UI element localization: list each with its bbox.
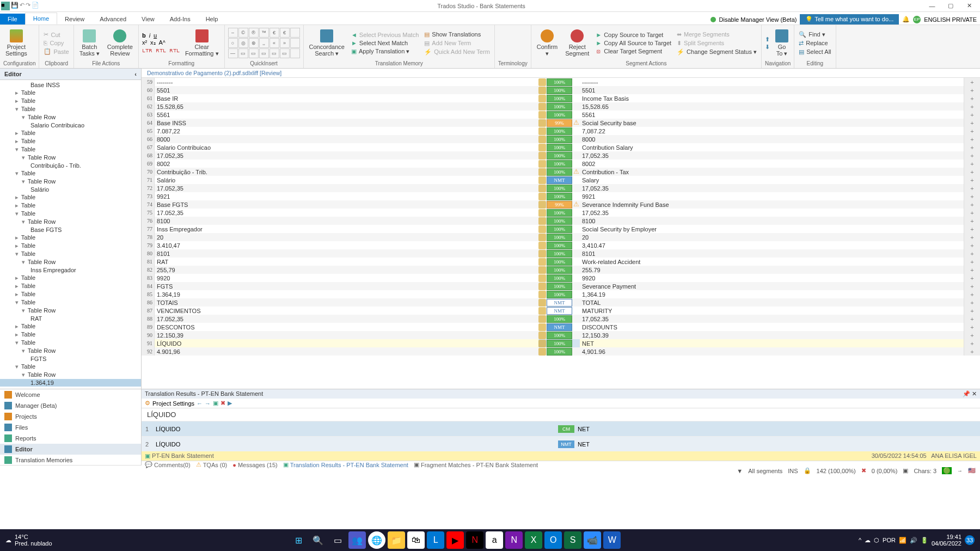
segment-add-icon[interactable]: +	[964, 86, 980, 94]
tree-item[interactable]: ▾ Table Row	[0, 113, 141, 121]
segment-row[interactable]: 87VENCIMENTOSNMTMATURITY+	[142, 307, 980, 315]
tree-item[interactable]: ▸ Table	[0, 242, 141, 250]
segment-row[interactable]: 6817.052,35100%17,052.35+	[142, 151, 980, 160]
segment-target[interactable]: 3,410.47	[580, 241, 964, 249]
segment-source[interactable]: 7.087,22	[155, 127, 538, 135]
segment-add-icon[interactable]: +	[964, 225, 980, 233]
segment-row[interactable]: 61Base IR100%Income Tax Basis+	[142, 94, 980, 102]
project-settings-icon[interactable]: ⚙	[145, 400, 150, 407]
segment-source[interactable]: 3.410,47	[155, 241, 538, 249]
tree-item[interactable]: ▾ Table Row	[0, 347, 141, 355]
segment-row[interactable]: 635561100%5561+	[142, 111, 980, 119]
segment-source[interactable]: 1.364,19	[155, 290, 538, 298]
nav-up-icon[interactable]: ⬆	[765, 36, 770, 43]
nav-down-icon[interactable]: ⬇	[765, 44, 770, 51]
tellme-box[interactable]: 💡 Tell me what you want to do...	[800, 14, 899, 25]
nav-tm[interactable]: Translation Memories	[0, 455, 141, 466]
segment-target[interactable]: 9920	[580, 274, 964, 282]
segment-target[interactable]: Social Security by Employer	[580, 225, 964, 233]
segment-add-icon[interactable]: +	[964, 347, 980, 356]
tree-item[interactable]: ▾ Table Row	[0, 218, 141, 226]
concordance-button[interactable]: Concordance Search ▾	[307, 28, 347, 58]
segment-target[interactable]: 9921	[580, 192, 964, 200]
tm-result-row[interactable]: 1LÍQUIDOCMNET	[142, 421, 980, 436]
segment-target[interactable]: MATURITY	[580, 307, 964, 315]
minimize-button[interactable]: —	[923, 2, 941, 10]
segment-source[interactable]: TOTAIS	[155, 298, 538, 307]
btab-messages[interactable]: ●Messages (15)	[232, 462, 277, 468]
segment-add-icon[interactable]: +	[964, 127, 980, 135]
project-settings-button[interactable]: Project Settings	[3, 28, 29, 58]
word-icon[interactable]: W	[603, 531, 621, 549]
windows-taskbar[interactable]: ☁ 14°C Pred. nublado ⊞ 🔍 ▭ 👥 🌐 📁 🛍 L ▶ N…	[0, 529, 980, 551]
tree-item[interactable]: ▾ Table	[0, 145, 141, 154]
tree-item[interactable]: ▾ Table	[0, 339, 141, 347]
segment-row[interactable]: 91LÍQUIDO100%NET+	[142, 339, 980, 347]
btab-fragment-matches[interactable]: ▣Fragment Matches - PT-EN Bank Statement	[414, 461, 538, 468]
change-status-button[interactable]: ⚡Change Segment Status ▾	[676, 48, 758, 56]
tree-item[interactable]: Salário	[0, 186, 141, 193]
segment-source[interactable]: 9920	[155, 274, 538, 282]
tree-item[interactable]: ▾ Table	[0, 169, 141, 177]
tree-item[interactable]: 1.364,19	[0, 379, 141, 387]
segment-target[interactable]: TOTAL	[580, 298, 964, 307]
tree-item[interactable]: ▸ Table	[0, 282, 141, 290]
tm-pin-icon[interactable]: 📌	[963, 390, 970, 397]
collapse-icon[interactable]: ‹	[134, 71, 137, 77]
tray-time[interactable]: 19:41	[932, 534, 961, 540]
segment-target[interactable]: 12,150.39	[580, 331, 964, 339]
segment-target[interactable]: Social Security base	[580, 119, 964, 127]
segment-add-icon[interactable]: +	[964, 290, 980, 298]
chrome-icon[interactable]: 🌐	[368, 531, 385, 549]
replace-button[interactable]: ⇄Replace	[798, 39, 832, 47]
qat-undo-icon[interactable]: ↶	[20, 2, 24, 10]
segment-row[interactable]: 698002100%8002+	[142, 160, 980, 168]
segment-add-icon[interactable]: +	[964, 151, 980, 160]
segment-add-icon[interactable]: +	[964, 307, 980, 315]
nav-editor[interactable]: Editor	[0, 444, 141, 455]
lang-label[interactable]: ENGLISH PRIVATE	[924, 16, 977, 23]
segment-target[interactable]: Salary	[580, 176, 964, 184]
segment-row[interactable]: 851.364,19100%1,364.19+	[142, 290, 980, 298]
segment-source[interactable]: 8000	[155, 135, 538, 143]
segment-target[interactable]: 15,528.65	[580, 102, 964, 111]
segment-target[interactable]: 8100	[580, 217, 964, 225]
segment-source[interactable]: Base FGTS	[155, 200, 538, 209]
tray-dropbox-icon[interactable]: ⬡	[874, 537, 879, 544]
zoom-icon[interactable]: 📹	[584, 531, 601, 549]
tm-next-icon[interactable]: →	[205, 400, 211, 407]
segment-row[interactable]: 84FGTS100%Severance Payment+	[142, 282, 980, 290]
tree-item[interactable]: ▸ Table	[0, 290, 141, 298]
btab-tqas[interactable]: ⚠TQAs (0)	[196, 461, 228, 468]
segment-target[interactable]: Severance Payment	[580, 282, 964, 290]
tree-item[interactable]: ▾ Table	[0, 210, 141, 218]
tree-item[interactable]: Salario Contribuicao	[0, 121, 141, 129]
segment-row[interactable]: 7517.052,35100%17,052.35+	[142, 209, 980, 217]
segment-add-icon[interactable]: +	[964, 102, 980, 111]
show-translations-button[interactable]: ▤Show Translations	[423, 30, 491, 39]
tray-wifi-icon[interactable]: 📶	[899, 537, 906, 544]
segment-source[interactable]: Salario Contribuicao	[155, 143, 538, 151]
segment-row[interactable]: 793.410,47100%3,410.47+	[142, 241, 980, 249]
super-icon[interactable]: x²	[142, 39, 147, 46]
segment-add-icon[interactable]: +	[964, 217, 980, 225]
amazon-icon[interactable]: a	[486, 531, 503, 549]
youtube-icon[interactable]: ▶	[446, 531, 464, 549]
tree-item[interactable]: ▾ Table	[0, 250, 141, 258]
tree-item[interactable]: ▸ Table	[0, 201, 141, 210]
segment-row[interactable]: 81RAT100%Work-related Accident+	[142, 258, 980, 266]
segment-add-icon[interactable]: +	[964, 274, 980, 282]
segment-target[interactable]: 17,052.35	[580, 151, 964, 160]
segment-row[interactable]: 605501100%5501+	[142, 86, 980, 94]
nav-projects[interactable]: Projects	[0, 411, 141, 422]
segment-source[interactable]: 5501	[155, 86, 538, 94]
tree-item[interactable]: ▾ Table Row	[0, 177, 141, 186]
segment-target[interactable]: NET	[580, 339, 964, 347]
segment-row[interactable]: 71SalárioNMTSalary+	[142, 176, 980, 184]
segment-target[interactable]: Contribution Salary	[580, 143, 964, 151]
select-prev-button[interactable]: ◄Select Previous Match	[350, 31, 420, 39]
segment-source[interactable]: DESCONTOS	[155, 323, 538, 331]
segment-source[interactable]: 17.052,35	[155, 151, 538, 160]
nav-welcome[interactable]: Welcome	[0, 389, 141, 400]
segment-add-icon[interactable]: +	[964, 258, 980, 266]
